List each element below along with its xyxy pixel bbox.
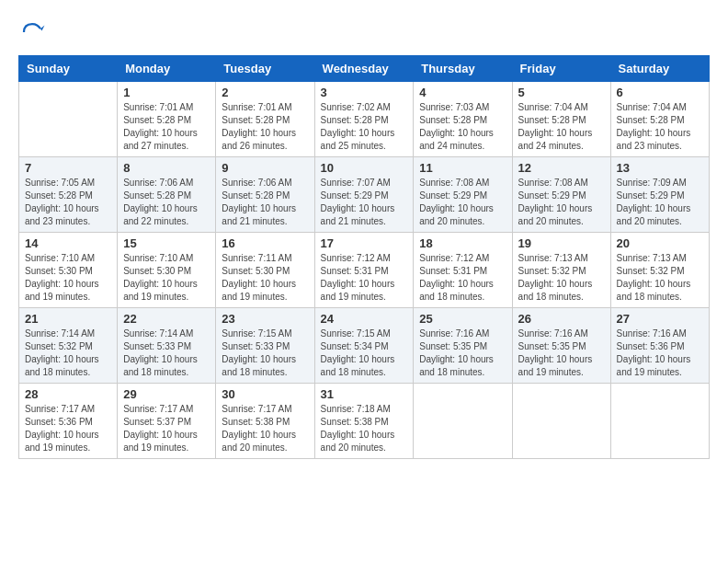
- day-info: Sunrise: 7:16 AMSunset: 5:35 PMDaylight:…: [419, 327, 506, 379]
- day-info: Sunrise: 7:17 AMSunset: 5:38 PMDaylight:…: [222, 403, 308, 454]
- calendar-cell: 1Sunrise: 7:01 AMSunset: 5:28 PMDaylight…: [118, 82, 216, 157]
- calendar-week-row: 14Sunrise: 7:10 AMSunset: 5:30 PMDayligh…: [19, 233, 710, 308]
- calendar-cell: 15Sunrise: 7:10 AMSunset: 5:30 PMDayligh…: [118, 233, 216, 308]
- day-info: Sunrise: 7:12 AMSunset: 5:31 PMDaylight:…: [419, 252, 506, 304]
- calendar-cell: 27Sunrise: 7:16 AMSunset: 5:36 PMDayligh…: [610, 308, 709, 384]
- calendar-cell: [414, 384, 512, 459]
- calendar-cell: 3Sunrise: 7:02 AMSunset: 5:28 PMDaylight…: [314, 82, 414, 157]
- calendar-cell: 23Sunrise: 7:15 AMSunset: 5:33 PMDayligh…: [216, 308, 314, 384]
- day-info: Sunrise: 7:04 AMSunset: 5:28 PMDaylight:…: [617, 101, 703, 153]
- calendar-cell: 13Sunrise: 7:09 AMSunset: 5:29 PMDayligh…: [610, 157, 709, 233]
- calendar-cell: 18Sunrise: 7:12 AMSunset: 5:31 PMDayligh…: [414, 233, 512, 308]
- calendar-cell: 17Sunrise: 7:12 AMSunset: 5:31 PMDayligh…: [314, 233, 414, 308]
- day-number: 22: [123, 312, 210, 326]
- day-info: Sunrise: 7:03 AMSunset: 5:28 PMDaylight:…: [419, 101, 506, 153]
- day-info: Sunrise: 7:13 AMSunset: 5:32 PMDaylight:…: [518, 252, 605, 304]
- calendar-table: SundayMondayTuesdayWednesdayThursdayFrid…: [18, 55, 710, 459]
- day-number: 15: [123, 236, 210, 250]
- day-number: 3: [321, 86, 408, 99]
- day-info: Sunrise: 7:06 AMSunset: 5:28 PMDaylight:…: [222, 177, 308, 228]
- calendar-cell: [512, 384, 610, 459]
- calendar-cell: [19, 82, 118, 157]
- day-number: 17: [321, 236, 408, 250]
- day-info: Sunrise: 7:01 AMSunset: 5:28 PMDaylight:…: [123, 101, 210, 153]
- calendar-cell: 26Sunrise: 7:16 AMSunset: 5:35 PMDayligh…: [512, 308, 610, 384]
- calendar-cell: 11Sunrise: 7:08 AMSunset: 5:29 PMDayligh…: [414, 157, 512, 233]
- day-number: 10: [321, 161, 408, 175]
- day-number: 26: [518, 312, 605, 326]
- calendar-cell: 25Sunrise: 7:16 AMSunset: 5:35 PMDayligh…: [414, 308, 512, 384]
- day-number: 19: [518, 236, 605, 250]
- day-number: 12: [518, 161, 605, 175]
- day-number: 31: [321, 387, 408, 401]
- day-number: 16: [222, 236, 308, 250]
- calendar-cell: 2Sunrise: 7:01 AMSunset: 5:28 PMDaylight…: [216, 82, 314, 157]
- weekday-header-friday: Friday: [512, 56, 610, 82]
- calendar-cell: 10Sunrise: 7:07 AMSunset: 5:29 PMDayligh…: [314, 157, 414, 233]
- day-info: Sunrise: 7:18 AMSunset: 5:38 PMDaylight:…: [321, 403, 408, 454]
- day-number: 21: [25, 312, 111, 326]
- calendar-cell: 30Sunrise: 7:17 AMSunset: 5:38 PMDayligh…: [216, 384, 314, 459]
- calendar-cell: 28Sunrise: 7:17 AMSunset: 5:36 PMDayligh…: [19, 384, 118, 459]
- logo-icon: [18, 18, 46, 46]
- day-number: 20: [617, 236, 703, 250]
- day-info: Sunrise: 7:10 AMSunset: 5:30 PMDaylight:…: [25, 252, 111, 304]
- day-number: 18: [419, 236, 506, 250]
- day-number: 28: [25, 387, 111, 401]
- calendar-cell: 6Sunrise: 7:04 AMSunset: 5:28 PMDaylight…: [610, 82, 709, 157]
- day-info: Sunrise: 7:07 AMSunset: 5:29 PMDaylight:…: [321, 177, 408, 228]
- calendar-cell: 16Sunrise: 7:11 AMSunset: 5:30 PMDayligh…: [216, 233, 314, 308]
- calendar-cell: 21Sunrise: 7:14 AMSunset: 5:32 PMDayligh…: [19, 308, 118, 384]
- weekday-header-thursday: Thursday: [414, 56, 512, 82]
- day-number: 27: [617, 312, 703, 326]
- day-info: Sunrise: 7:16 AMSunset: 5:35 PMDaylight:…: [518, 327, 605, 379]
- day-number: 25: [419, 312, 506, 326]
- day-info: Sunrise: 7:05 AMSunset: 5:28 PMDaylight:…: [25, 177, 111, 228]
- day-info: Sunrise: 7:01 AMSunset: 5:28 PMDaylight:…: [222, 101, 308, 153]
- day-info: Sunrise: 7:15 AMSunset: 5:33 PMDaylight:…: [222, 327, 308, 379]
- weekday-header-tuesday: Tuesday: [216, 56, 314, 82]
- day-info: Sunrise: 7:14 AMSunset: 5:33 PMDaylight:…: [123, 327, 210, 379]
- calendar-cell: 14Sunrise: 7:10 AMSunset: 5:30 PMDayligh…: [19, 233, 118, 308]
- day-info: Sunrise: 7:04 AMSunset: 5:28 PMDaylight:…: [518, 101, 605, 153]
- day-number: 23: [222, 312, 308, 326]
- day-number: 29: [123, 387, 210, 401]
- calendar-cell: 19Sunrise: 7:13 AMSunset: 5:32 PMDayligh…: [512, 233, 610, 308]
- day-info: Sunrise: 7:13 AMSunset: 5:32 PMDaylight:…: [617, 252, 703, 304]
- day-number: 1: [123, 86, 210, 99]
- calendar-cell: 20Sunrise: 7:13 AMSunset: 5:32 PMDayligh…: [610, 233, 709, 308]
- day-number: 6: [617, 86, 703, 99]
- page-header: [18, 18, 710, 46]
- day-info: Sunrise: 7:10 AMSunset: 5:30 PMDaylight:…: [123, 252, 210, 304]
- day-info: Sunrise: 7:16 AMSunset: 5:36 PMDaylight:…: [617, 327, 703, 379]
- day-info: Sunrise: 7:14 AMSunset: 5:32 PMDaylight:…: [25, 327, 111, 379]
- calendar-week-row: 21Sunrise: 7:14 AMSunset: 5:32 PMDayligh…: [19, 308, 710, 384]
- day-info: Sunrise: 7:17 AMSunset: 5:36 PMDaylight:…: [25, 403, 111, 454]
- calendar-cell: 5Sunrise: 7:04 AMSunset: 5:28 PMDaylight…: [512, 82, 610, 157]
- day-info: Sunrise: 7:12 AMSunset: 5:31 PMDaylight:…: [321, 252, 408, 304]
- day-number: 7: [25, 161, 111, 175]
- day-number: 13: [617, 161, 703, 175]
- day-info: Sunrise: 7:06 AMSunset: 5:28 PMDaylight:…: [123, 177, 210, 228]
- day-number: 30: [222, 387, 308, 401]
- calendar-cell: 22Sunrise: 7:14 AMSunset: 5:33 PMDayligh…: [118, 308, 216, 384]
- day-number: 2: [222, 86, 308, 99]
- day-number: 8: [123, 161, 210, 175]
- day-number: 4: [419, 86, 506, 99]
- day-info: Sunrise: 7:08 AMSunset: 5:29 PMDaylight:…: [419, 177, 506, 228]
- calendar-cell: 8Sunrise: 7:06 AMSunset: 5:28 PMDaylight…: [118, 157, 216, 233]
- day-info: Sunrise: 7:15 AMSunset: 5:34 PMDaylight:…: [321, 327, 408, 379]
- logo: [18, 18, 50, 46]
- day-info: Sunrise: 7:17 AMSunset: 5:37 PMDaylight:…: [123, 403, 210, 454]
- calendar-cell: 9Sunrise: 7:06 AMSunset: 5:28 PMDaylight…: [216, 157, 314, 233]
- day-info: Sunrise: 7:02 AMSunset: 5:28 PMDaylight:…: [321, 101, 408, 153]
- day-number: 11: [419, 161, 506, 175]
- calendar-week-row: 28Sunrise: 7:17 AMSunset: 5:36 PMDayligh…: [19, 384, 710, 459]
- weekday-header-saturday: Saturday: [610, 56, 709, 82]
- calendar-header-row: SundayMondayTuesdayWednesdayThursdayFrid…: [19, 56, 710, 82]
- day-number: 24: [321, 312, 408, 326]
- day-info: Sunrise: 7:08 AMSunset: 5:29 PMDaylight:…: [518, 177, 605, 228]
- calendar-cell: 24Sunrise: 7:15 AMSunset: 5:34 PMDayligh…: [314, 308, 414, 384]
- calendar-cell: 29Sunrise: 7:17 AMSunset: 5:37 PMDayligh…: [118, 384, 216, 459]
- calendar-cell: 12Sunrise: 7:08 AMSunset: 5:29 PMDayligh…: [512, 157, 610, 233]
